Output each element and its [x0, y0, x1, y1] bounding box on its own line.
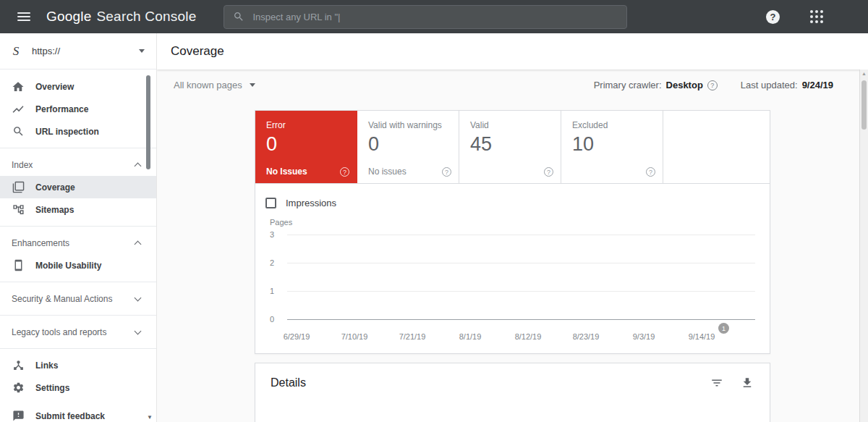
search-icon — [233, 11, 244, 22]
property-url: https:// — [32, 46, 128, 56]
impressions-toggle: Impressions — [265, 198, 770, 208]
section-label: Index — [12, 160, 33, 170]
status-card-error[interactable]: Error 0 No Issues ? — [255, 111, 357, 183]
filter-icon[interactable] — [710, 376, 723, 389]
chart-gridline: 3 — [270, 235, 755, 235]
crawler-help-icon[interactable]: ? — [707, 80, 718, 90]
sidebar-item-mobile-usability[interactable]: Mobile Usability — [0, 254, 156, 277]
sidebar-item-label: Sitemaps — [35, 205, 74, 215]
status-cards: Error 0 No Issues ? Valid with warnings … — [255, 111, 770, 184]
primary-crawler: Primary crawler: Desktop ? — [594, 80, 718, 90]
feedback-icon — [12, 410, 25, 422]
content-scrollbar[interactable]: ▲ — [859, 69, 868, 422]
details-title: Details — [271, 376, 306, 389]
sidebar-item-url-inspection[interactable]: URL inspection — [0, 120, 156, 143]
card-help-icon[interactable]: ? — [442, 167, 451, 177]
links-hub-icon — [12, 359, 25, 372]
apps-grid-icon[interactable] — [810, 10, 823, 23]
property-favicon: S — [11, 44, 21, 59]
chevron-down-icon — [135, 327, 142, 334]
chevron-down-icon — [135, 294, 142, 301]
app-logo: Google Search Console — [46, 9, 196, 25]
sidebar-divider — [0, 348, 156, 349]
help-icon[interactable]: ? — [766, 10, 780, 24]
status-card-excluded[interactable]: Excluded 10 ? — [561, 111, 663, 183]
sidebar-divider — [0, 315, 156, 316]
card-subtext: No Issues — [266, 166, 346, 177]
search-input[interactable] — [252, 12, 618, 22]
x-tick-label: 9/3/19 — [633, 332, 655, 341]
sidebar-item-sitemaps[interactable]: Sitemaps — [0, 198, 156, 221]
sidebar-divider — [0, 226, 156, 227]
chart-gridline: 2 — [270, 263, 755, 263]
menu-icon[interactable] — [17, 12, 30, 21]
card-label: Excluded — [572, 120, 652, 130]
sidebar-divider — [0, 148, 156, 148]
chevron-up-icon — [135, 163, 142, 170]
card-subtext: No issues — [368, 166, 448, 177]
performance-chart-icon — [12, 103, 25, 116]
sidebar-section-index[interactable]: Index — [0, 153, 156, 176]
y-axis-label: Pages — [270, 218, 755, 227]
scroll-up-arrow[interactable]: ▲ — [860, 71, 868, 76]
chart-plot-area: 3 2 1 0 1 — [270, 235, 755, 319]
sidebar-item-settings[interactable]: Settings — [0, 376, 156, 399]
sitemap-tree-icon — [12, 203, 25, 216]
x-tick-label: 7/10/19 — [341, 332, 368, 341]
sidebar-item-overview[interactable]: Overview — [0, 75, 156, 98]
x-axis: 6/29/19 7/10/19 7/21/19 8/1/19 8/12/19 8… — [270, 332, 755, 342]
sidebar-scrollbar-thumb[interactable] — [146, 75, 150, 169]
chevron-down-icon — [250, 83, 255, 87]
card-help-icon[interactable]: ? — [340, 167, 349, 177]
sidebar-item-label: Mobile Usability — [35, 261, 101, 271]
url-inspection-searchbox[interactable] — [224, 5, 627, 29]
sidebar-scroll-down-arrow[interactable]: ▼ — [147, 414, 153, 421]
property-selector[interactable]: S https:// — [0, 33, 156, 69]
sidebar-item-links[interactable]: Links — [0, 354, 156, 376]
sidebar-section-enhancements[interactable]: Enhancements — [0, 232, 156, 254]
chevron-down-icon — [139, 49, 145, 53]
details-actions — [710, 376, 754, 389]
impressions-checkbox[interactable] — [265, 198, 276, 208]
sidebar-item-submit-feedback[interactable]: Submit feedback — [0, 405, 156, 422]
section-label: Enhancements — [12, 238, 69, 248]
x-tick-label: 8/1/19 — [459, 332, 482, 341]
sidebar-item-label: URL inspection — [35, 127, 99, 137]
sidebar-item-label: Submit feedback — [35, 411, 105, 421]
google-search-console-app: Google Search Console ? S https:// Overv… — [0, 0, 868, 422]
last-updated: Last updated: 9/24/19 — [741, 80, 833, 90]
card-help-icon[interactable]: ? — [544, 167, 553, 177]
sidebar-item-performance[interactable]: Performance — [0, 98, 156, 120]
coverage-pages-icon — [12, 181, 25, 194]
y-tick-label: 2 — [270, 258, 274, 267]
sidebar-item-label: Links — [35, 360, 58, 371]
main-content: All known pages Primary crawler: Desktop… — [157, 69, 868, 422]
x-tick-label: 8/12/19 — [515, 332, 542, 341]
crawler-value: Desktop — [666, 80, 703, 90]
magnifier-icon — [12, 125, 25, 138]
sidebar-section-legacy[interactable]: Legacy tools and reports — [0, 321, 156, 343]
card-value: 0 — [368, 134, 448, 156]
sidebar-section-security[interactable]: Security & Manual Actions — [0, 287, 156, 310]
page-scope-dropdown[interactable]: All known pages — [174, 80, 255, 90]
sidebar-nav: Overview Performance URL inspection Inde… — [0, 69, 156, 422]
status-card-valid-with-warnings[interactable]: Valid with warnings 0 No issues ? — [357, 111, 459, 183]
report-toolbar: All known pages Primary crawler: Desktop… — [157, 69, 868, 90]
status-card-valid[interactable]: Valid 45 ? — [459, 111, 561, 183]
card-label: Valid with warnings — [368, 120, 448, 130]
gear-icon — [12, 381, 25, 394]
impressions-label: Impressions — [286, 198, 336, 208]
x-tick-label: 7/21/19 — [399, 332, 426, 341]
card-help-icon[interactable]: ? — [646, 167, 655, 177]
download-icon[interactable] — [741, 376, 754, 389]
sidebar-item-coverage[interactable]: Coverage — [0, 176, 156, 198]
home-icon — [12, 80, 25, 93]
card-value: 10 — [572, 134, 652, 156]
sidebar-item-label: Overview — [35, 82, 74, 92]
card-filler — [663, 111, 770, 183]
sidebar: S https:// Overview Performance URL insp… — [0, 33, 157, 422]
scrollbar-thumb[interactable] — [861, 80, 867, 130]
chart-gridline: 1 — [270, 291, 755, 292]
section-label: Legacy tools and reports — [12, 327, 106, 337]
logo-google-text: Google — [46, 9, 91, 25]
